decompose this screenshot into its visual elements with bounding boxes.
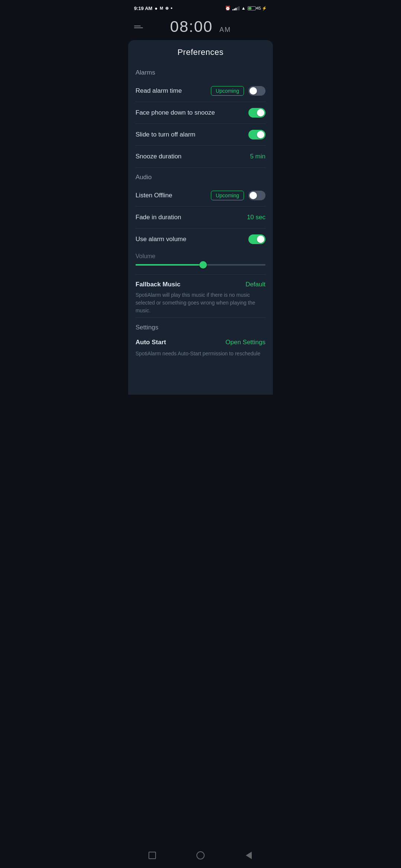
section-header-audio: Audio: [128, 168, 273, 185]
signal-bar-1: [232, 9, 234, 10]
wifi-icon: ▲: [241, 6, 246, 11]
face-phone-down-row: Face phone down to snooze: [128, 102, 273, 124]
charging-icon: ⚡: [262, 6, 267, 11]
status-bar: 9:19 AM ● M ⊕ ⏰ ▲ 45 ⚡: [128, 0, 273, 15]
read-alarm-time-controls: Upcoming: [211, 86, 265, 96]
volume-label: Volume: [136, 253, 265, 260]
signal-icon: [232, 6, 239, 10]
listen-offline-toggle-thumb: [250, 192, 257, 199]
status-right: ⏰ ▲ 45 ⚡: [225, 6, 267, 11]
at-icon: ⊕: [165, 6, 169, 11]
preferences-title: Preferences: [128, 40, 273, 63]
fade-in-duration-row[interactable]: Fade in duration 10 sec: [128, 207, 273, 228]
fallback-music-title: Fallback Music: [136, 281, 180, 288]
slide-turn-off-label: Slide to turn off alarm: [136, 131, 195, 138]
slide-turn-off-row: Slide to turn off alarm: [128, 124, 273, 145]
use-alarm-volume-label: Use alarm volume: [136, 236, 186, 243]
face-phone-down-label: Face phone down to snooze: [136, 109, 215, 116]
fallback-music-section[interactable]: Fallback Music Default SpotiAlarm will p…: [128, 275, 273, 318]
volume-slider-thumb[interactable]: [199, 261, 207, 269]
settings-section: Settings Auto Start Open Settings SpotiA…: [128, 318, 273, 361]
slide-turn-off-toggle[interactable]: [248, 130, 265, 139]
read-alarm-time-row: Read alarm time Upcoming: [128, 80, 273, 102]
eq-line-2: [134, 27, 143, 28]
section-header-alarms: Alarms: [128, 63, 273, 80]
auto-start-label: Auto Start: [136, 339, 166, 346]
face-phone-down-toggle[interactable]: [248, 108, 265, 118]
volume-section: Volume: [128, 250, 273, 274]
snooze-duration-label: Snooze duration: [136, 153, 182, 160]
fade-in-duration-value: 10 sec: [247, 214, 265, 221]
gmail-icon: M: [160, 6, 163, 10]
volume-slider-fill: [136, 264, 203, 266]
status-left: 9:19 AM ● M ⊕: [134, 6, 172, 11]
listen-offline-label: Listen Offline: [136, 192, 172, 199]
read-alarm-toggle-thumb: [250, 87, 257, 95]
eq-line-1: [134, 26, 141, 26]
fade-in-duration-label: Fade in duration: [136, 214, 181, 221]
clock-display: 08:00 AM: [170, 18, 231, 36]
signal-bar-2: [234, 9, 235, 10]
snooze-duration-row[interactable]: Snooze duration 5 min: [128, 146, 273, 167]
top-bar: 08:00 AM: [128, 15, 273, 40]
open-settings-link[interactable]: Open Settings: [225, 339, 265, 346]
read-alarm-time-label: Read alarm time: [136, 87, 182, 95]
fallback-music-value: Default: [245, 281, 265, 288]
read-alarm-toggle[interactable]: [248, 86, 265, 96]
equalizer-icon[interactable]: [134, 26, 143, 28]
battery-fill: [248, 7, 251, 10]
auto-start-description: SpotiAlarm needs Auto-Start permission t…: [136, 350, 265, 361]
time-display: 9:19 AM: [134, 6, 152, 11]
listen-offline-row: Listen Offline Upcoming: [128, 185, 273, 206]
clock-period: AM: [219, 26, 231, 33]
preferences-panel: Preferences Alarms Read alarm time Upcom…: [128, 40, 273, 395]
alarm-status-icon: ⏰: [225, 6, 231, 11]
battery-box: [248, 6, 256, 10]
listen-offline-toggle[interactable]: [248, 191, 265, 200]
snooze-duration-value: 5 min: [250, 153, 265, 160]
face-phone-down-toggle-thumb: [257, 109, 264, 116]
whatsapp-icon: ●: [154, 6, 157, 11]
use-alarm-volume-toggle-thumb: [257, 236, 264, 243]
signal-bar-3: [235, 8, 237, 10]
slide-turn-off-toggle-thumb: [257, 131, 264, 138]
signal-bar-4: [237, 7, 238, 10]
scroll-content: Preferences Alarms Read alarm time Upcom…: [128, 40, 273, 387]
notification-dot: [171, 7, 172, 9]
clock-time: 08:00: [170, 18, 213, 35]
fallback-music-description: SpotiAlarm will play this music if there…: [136, 291, 265, 315]
battery-indicator: 45 ⚡: [248, 6, 267, 11]
volume-slider[interactable]: [136, 264, 265, 266]
auto-start-row: Auto Start Open Settings: [136, 335, 265, 350]
read-alarm-upcoming-badge[interactable]: Upcoming: [211, 86, 244, 96]
fallback-header: Fallback Music Default: [136, 281, 265, 288]
battery-level: 45: [257, 6, 261, 10]
use-alarm-volume-toggle[interactable]: [248, 234, 265, 244]
use-alarm-volume-row: Use alarm volume: [128, 228, 273, 250]
listen-offline-upcoming-badge[interactable]: Upcoming: [211, 191, 244, 200]
settings-section-header: Settings: [136, 324, 265, 331]
signal-bar-5: [238, 6, 239, 10]
listen-offline-controls: Upcoming: [211, 191, 265, 200]
